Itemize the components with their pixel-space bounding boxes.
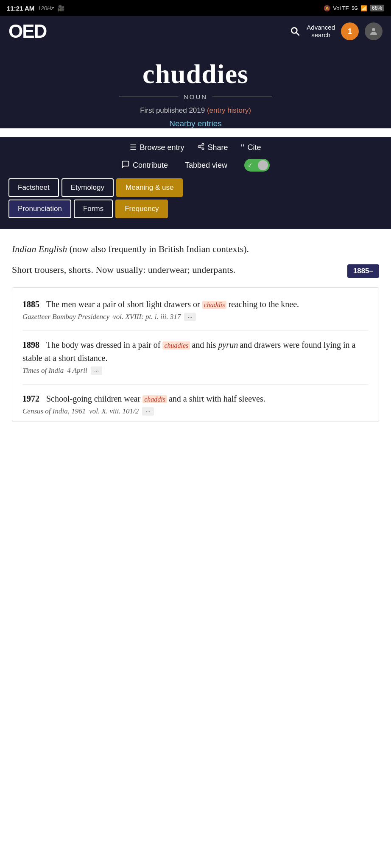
quote-separator-1	[22, 330, 369, 331]
tabbed-view-label: Tabbed view	[185, 161, 227, 170]
quote-highlight-chuddies-1898: chuddies	[162, 341, 190, 349]
battery-level: 68%	[370, 5, 384, 11]
status-right: 🔕 VoLTE 5G 📶 68%	[324, 5, 384, 11]
contribute-button[interactable]: Contribute	[121, 160, 168, 171]
quote-highlight-chaddis-1885: chaddis	[202, 301, 227, 309]
ellipsis-1898[interactable]: ···	[91, 366, 103, 375]
region-italic: Indian English	[12, 244, 67, 254]
source-extra-1885: vol. XVIII: pt. i. iii. 317	[113, 313, 181, 321]
quote-text-1972: School-going children wear	[46, 394, 142, 403]
screen-record-icon: 🎥	[57, 5, 64, 11]
browse-icon: ☰	[130, 143, 137, 152]
share-icon	[197, 143, 205, 153]
source-extra-1972: vol. X. viii. 101/2	[89, 407, 139, 416]
tab-bar: Factsheet Etymology Meaning & use Pronun…	[0, 178, 391, 229]
svg-point-5	[202, 148, 204, 150]
quote-year-1885: 1885	[22, 300, 39, 309]
tab-factsheet[interactable]: Factsheet	[8, 178, 59, 197]
quote-text-mid-1898: and his	[192, 340, 218, 349]
entry-meta: First published 2019 (entry history)	[13, 106, 378, 115]
action-row-1: ☰ Browse entry Share " Cite	[0, 137, 391, 157]
nav-right: Advanced search 1	[290, 22, 383, 40]
region-label: Indian English (now also frequently in B…	[12, 242, 379, 256]
content-area: Indian English (now also frequently in B…	[0, 229, 391, 435]
region-text: (now also frequently in British Indian c…	[70, 244, 249, 254]
search-button[interactable]	[290, 26, 301, 37]
signal-icon: 📶	[360, 5, 367, 11]
svg-line-1	[296, 33, 299, 36]
share-button[interactable]: Share	[197, 143, 228, 153]
entry-word: chuddies	[13, 58, 378, 90]
quote-entry-1898: 1898 The body was dressed in a pair of c…	[22, 338, 369, 375]
tabbed-view-toggle[interactable]: ✓	[244, 159, 270, 172]
tab-row-2: Pronunciation Forms Frequency	[8, 200, 383, 218]
source-extra-1898: 4 April	[67, 366, 87, 375]
quote-highlight-chaddis-1972: chaddis	[142, 395, 167, 403]
quote-text-after-1972: and a shirt with half sleeves.	[169, 394, 265, 403]
user-icon	[369, 26, 379, 36]
oed-logo[interactable]: OED	[8, 21, 46, 42]
quotation-box: 1885 The men wear a pair of short light …	[12, 287, 379, 422]
toggle-knob	[258, 160, 268, 170]
svg-point-4	[198, 145, 200, 147]
definition-block: Short trousers, shorts. Now usually: und…	[12, 263, 379, 278]
contribute-icon	[121, 160, 130, 171]
entry-history-link[interactable]: (entry history)	[207, 106, 251, 114]
tab-pronunciation[interactable]: Pronunciation	[8, 200, 71, 218]
quote-entry-1972: 1972 School-going children wear chaddis …	[22, 392, 369, 416]
quote-separator-2	[22, 384, 369, 385]
tab-etymology[interactable]: Etymology	[61, 178, 114, 197]
network-label: VoLTE	[333, 5, 349, 11]
svg-point-2	[372, 28, 375, 31]
notification-badge[interactable]: 1	[341, 22, 359, 40]
pos-divider-right	[212, 97, 272, 97]
advanced-search-label[interactable]: Advanced search	[307, 24, 335, 39]
source-title-1898: Times of India	[22, 366, 64, 375]
date-badge: 1885–	[347, 264, 379, 278]
entry-header: chuddies NOUN First published 2019 (entr…	[0, 47, 391, 128]
tab-row-1: Factsheet Etymology Meaning & use	[8, 178, 383, 197]
quote-source-1972: Census of India, 1961 vol. X. viii. 101/…	[22, 407, 369, 416]
quote-source-1885: Gazetteer Bombay Presidency vol. XVIII: …	[22, 313, 369, 321]
quote-entry-1885: 1885 The men wear a pair of short light …	[22, 298, 369, 321]
status-hz: 120Hz	[38, 5, 54, 11]
ellipsis-1885[interactable]: ···	[184, 313, 196, 321]
quote-year-1972: 1972	[22, 394, 39, 403]
search-icon	[290, 26, 301, 37]
source-title-1972: Census of India, 1961	[22, 407, 86, 416]
quote-text-after-1885: reaching to the knee.	[228, 300, 299, 309]
mute-icon: 🔕	[324, 5, 330, 11]
ellipsis-1972[interactable]: ···	[142, 407, 154, 416]
quote-year-1898: 1898	[22, 340, 39, 349]
action-row-2: Contribute Tabbed view ✓	[0, 157, 391, 178]
toggle-check-icon: ✓	[246, 162, 253, 169]
entry-pos-line: NOUN	[13, 93, 378, 100]
status-bar: 11:21 AM 120Hz 🎥 🔕 VoLTE 5G 📶 68%	[0, 0, 391, 16]
tab-frequency[interactable]: Frequency	[115, 200, 168, 218]
pos-divider-left	[119, 97, 179, 97]
status-left: 11:21 AM 120Hz 🎥	[7, 5, 64, 12]
top-nav: OED Advanced search 1	[0, 16, 391, 47]
nearby-entries-link[interactable]: Nearby entries	[13, 119, 378, 128]
tab-forms[interactable]: Forms	[74, 200, 113, 218]
quote-source-1898: Times of India 4 April ···	[22, 366, 369, 375]
svg-point-3	[202, 143, 204, 145]
cite-icon: "	[241, 142, 245, 153]
svg-line-6	[200, 147, 202, 148]
source-title-1885: Gazetteer Bombay Presidency	[22, 313, 109, 321]
tab-meaning-use[interactable]: Meaning & use	[116, 178, 183, 197]
quote-text-1898: The body was dressed in a pair of	[46, 340, 162, 349]
quote-italic-pyrun: pyrun	[218, 340, 238, 349]
quote-text-1885: The men wear a pair of short light drawe…	[46, 300, 202, 309]
cite-button[interactable]: " Cite	[241, 142, 261, 153]
status-time: 11:21 AM	[7, 5, 34, 12]
network-5g: 5G	[352, 6, 358, 11]
entry-pos: NOUN	[184, 93, 207, 100]
svg-point-0	[292, 28, 297, 33]
user-avatar[interactable]	[365, 22, 383, 40]
svg-line-7	[200, 144, 202, 146]
browse-entry-button[interactable]: ☰ Browse entry	[130, 143, 184, 152]
definition-text: Short trousers, shorts. Now usually: und…	[12, 263, 341, 277]
